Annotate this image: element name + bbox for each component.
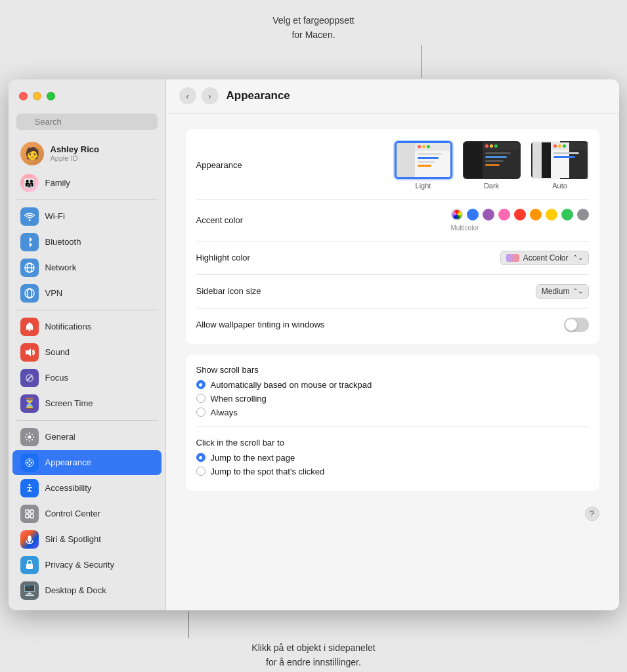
sidebar-item-sound[interactable]: Sound bbox=[12, 340, 162, 365]
screen-time-label: Screen Time bbox=[45, 398, 93, 408]
sidebar-item-focus[interactable]: Focus bbox=[12, 366, 162, 390]
sound-label: Sound bbox=[45, 347, 70, 357]
appearance-dark-option[interactable]: Dark bbox=[463, 141, 521, 190]
user-subtitle: Apple ID bbox=[51, 154, 99, 162]
svg-point-11 bbox=[28, 463, 30, 465]
sidebar-item-appearance[interactable]: Appearance bbox=[12, 450, 162, 475]
sidebar-item-privacy-security[interactable]: Privacy & Security bbox=[12, 553, 162, 578]
appearance-controls: Light bbox=[395, 141, 589, 190]
divider-3 bbox=[16, 420, 158, 421]
svg-marker-5 bbox=[26, 348, 31, 356]
wallpaper-tinting-toggle[interactable] bbox=[564, 318, 589, 332]
accent-blue[interactable] bbox=[467, 209, 479, 220]
accent-yellow[interactable] bbox=[546, 209, 557, 220]
wallpaper-tinting-control bbox=[564, 318, 589, 332]
accent-orange[interactable] bbox=[530, 209, 542, 220]
sidebar-item-general[interactable]: General bbox=[12, 425, 162, 450]
main-body: Appearance bbox=[166, 114, 619, 610]
sidebar-item-accessibility[interactable]: Accessibility bbox=[12, 476, 162, 501]
help-button[interactable]: ? bbox=[585, 507, 599, 521]
dark-label: Dark bbox=[484, 182, 499, 190]
svg-point-17 bbox=[28, 536, 32, 542]
sidebar-item-bluetooth[interactable]: Bluetooth bbox=[12, 230, 162, 255]
scroll-divider bbox=[196, 427, 589, 427]
vpn-label: VPN bbox=[45, 288, 63, 298]
wifi-label: Wi-Fi bbox=[45, 211, 65, 221]
appearance-auto-option[interactable]: Auto bbox=[531, 141, 589, 190]
accent-color-controls: Multicolor bbox=[451, 209, 589, 232]
sidebar-item-control-center[interactable]: Control Center bbox=[12, 501, 162, 526]
network-label: Network bbox=[45, 262, 77, 272]
highlight-color-label: Highlight color bbox=[196, 253, 250, 262]
titlebar-controls bbox=[9, 79, 165, 114]
accent-pink[interactable] bbox=[498, 209, 510, 220]
sidebar-item-notifications[interactable]: Notifications bbox=[12, 314, 162, 339]
sidebar-size-chevron-icon: ⌃⌄ bbox=[573, 287, 583, 295]
tooltip-bottom: Klikk på et objekt i sidepanelet for å e… bbox=[251, 640, 375, 670]
radio-always[interactable]: Always bbox=[196, 408, 589, 417]
search-input[interactable] bbox=[16, 114, 158, 130]
radio-auto-circle bbox=[196, 380, 205, 389]
sidebar-item-siri-spotlight[interactable]: Siri & Spotlight bbox=[12, 527, 162, 552]
highlight-color-dropdown[interactable]: Accent Color ⌃⌄ bbox=[500, 251, 589, 265]
radio-auto-label: Automatically based on mouse or trackpad bbox=[211, 380, 372, 390]
divider-2 bbox=[16, 310, 158, 310]
sidebar-item-vpn[interactable]: VPN bbox=[12, 281, 162, 306]
svg-point-12 bbox=[28, 484, 30, 486]
sidebar-icon-size-dropdown[interactable]: Medium ⌃⌄ bbox=[536, 284, 589, 299]
color-circle-row bbox=[451, 209, 589, 220]
radio-always-circle bbox=[196, 408, 205, 417]
light-thumbnail bbox=[395, 141, 452, 179]
user-profile[interactable]: 🧑 Ashley Rico Apple ID bbox=[12, 138, 162, 169]
dark-thumbnail bbox=[463, 141, 521, 179]
close-button[interactable] bbox=[19, 92, 28, 100]
general-label: General bbox=[45, 432, 76, 442]
highlight-swatch bbox=[506, 254, 519, 262]
radio-spot-clicked[interactable]: Jump to the spot that's clicked bbox=[196, 467, 589, 476]
appearance-light-option[interactable]: Light bbox=[395, 141, 452, 190]
nav-back-button[interactable]: ‹ bbox=[179, 87, 196, 104]
auto-thumbnail bbox=[531, 141, 589, 179]
sidebar-icon-size-value: Medium bbox=[542, 287, 570, 296]
svg-rect-15 bbox=[26, 514, 29, 518]
sidebar-item-screen-time[interactable]: ⏳ Screen Time bbox=[12, 391, 162, 416]
accent-multicolor[interactable] bbox=[451, 209, 463, 220]
accent-purple[interactable] bbox=[483, 209, 494, 220]
accent-graphite[interactable] bbox=[577, 209, 589, 220]
click-scroll-bar-header: Click in the scroll bar to bbox=[196, 438, 589, 448]
svg-point-3 bbox=[25, 289, 34, 298]
appearance-row-label: Appearance bbox=[196, 160, 242, 170]
radio-next-page[interactable]: Jump to the next page bbox=[196, 453, 589, 463]
svg-point-9 bbox=[28, 459, 30, 461]
svg-point-8 bbox=[26, 461, 28, 463]
appearance-icon bbox=[20, 453, 39, 472]
main-title: Appearance bbox=[227, 89, 290, 102]
sidebar-item-desktop-dock[interactable]: 🖥️ Desktop & Dock bbox=[12, 578, 162, 603]
privacy-icon bbox=[20, 556, 39, 574]
network-icon bbox=[20, 259, 39, 277]
screen-time-icon: ⏳ bbox=[20, 394, 39, 413]
appearance-row: Appearance bbox=[196, 132, 589, 200]
radio-auto[interactable]: Automatically based on mouse or trackpad bbox=[196, 380, 589, 390]
control-center-icon bbox=[20, 505, 39, 523]
light-label: Light bbox=[416, 182, 431, 190]
nav-forward-button[interactable]: › bbox=[202, 87, 219, 104]
sidebar-item-family[interactable]: 👨‍👩‍👧 Family bbox=[12, 171, 162, 196]
desktop-dock-label: Desktop & Dock bbox=[45, 585, 106, 595]
sidebar-content: 🧑 Ashley Rico Apple ID 👨‍👩‍👧 Family bbox=[9, 136, 165, 610]
radio-scrolling[interactable]: When scrolling bbox=[196, 394, 589, 404]
radio-spot-clicked-circle bbox=[196, 467, 205, 476]
accent-green[interactable] bbox=[561, 209, 573, 220]
minimize-button[interactable] bbox=[33, 92, 41, 100]
sidebar-item-network[interactable]: Network bbox=[12, 255, 162, 280]
sidebar-item-wifi[interactable]: Wi-Fi bbox=[12, 204, 162, 229]
focus-icon bbox=[20, 369, 39, 387]
scroll-bars-section: Show scroll bars Automatically based on … bbox=[186, 354, 599, 491]
accent-color-label: Accent color bbox=[196, 215, 244, 225]
maximize-button[interactable] bbox=[47, 92, 55, 100]
accent-red[interactable] bbox=[514, 209, 526, 220]
radio-next-page-circle bbox=[196, 453, 205, 462]
radio-always-label: Always bbox=[211, 408, 238, 417]
user-avatar: 🧑 bbox=[20, 142, 44, 165]
radio-scrolling-label: When scrolling bbox=[211, 394, 267, 404]
